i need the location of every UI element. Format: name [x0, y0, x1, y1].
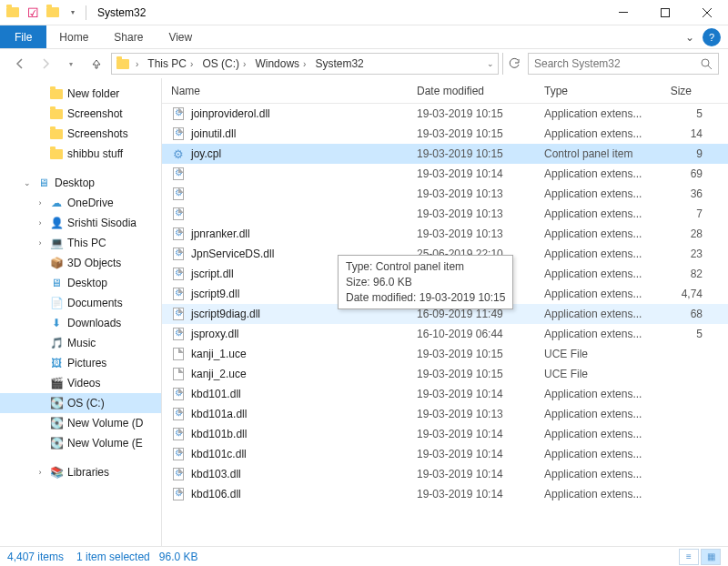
file-icon: ⚙ [171, 227, 186, 241]
vid-icon: 🎬 [49, 376, 64, 390]
tree-item[interactable]: shibbu stuff [0, 144, 161, 164]
forward-button[interactable] [35, 53, 56, 75]
tooltip: Type: Control panel item Size: 96.0 KB D… [338, 255, 513, 309]
folder-icon [5, 5, 20, 20]
breadcrumb-sep[interactable]: › [132, 59, 142, 69]
column-name[interactable]: Name [171, 85, 417, 97]
file-row[interactable]: ⚙jsproxy.dll16-10-2019 06:44Application … [162, 324, 728, 344]
chevron-down-icon[interactable]: ▾ [66, 5, 80, 20]
pic-icon: 🖼 [49, 356, 64, 370]
file-icon: ⚙ [171, 147, 186, 161]
desk-icon: 🖥 [49, 276, 64, 290]
file-row[interactable]: kanji_1.uce19-03-2019 10:15UCE File [162, 344, 728, 364]
file-row[interactable]: ⚙kbd101b.dll19-03-2019 10:14Application … [162, 424, 728, 444]
file-icon: ⚙ [171, 407, 186, 421]
up-button[interactable] [86, 53, 107, 75]
file-row[interactable]: ⚙kbd106.dll19-03-2019 10:14Application e… [162, 484, 728, 504]
column-date[interactable]: Date modified [417, 85, 544, 97]
close-button[interactable] [686, 0, 728, 25]
file-row[interactable]: ⚙kbd101c.dll19-03-2019 10:14Application … [162, 444, 728, 464]
file-row[interactable]: ⚙joinutil.dll19-03-2019 10:15Application… [162, 124, 728, 144]
svg-rect-1 [662, 8, 670, 16]
tree-libraries[interactable]: › 📚 Libraries [0, 462, 161, 482]
svg-rect-0 [619, 12, 628, 13]
file-row[interactable]: kanji_2.uce19-03-2019 10:15UCE File [162, 364, 728, 384]
doc-icon: 📄 [49, 296, 64, 310]
file-row[interactable]: ⚙joy.cpl19-03-2019 10:15Control panel it… [162, 144, 728, 164]
refresh-button[interactable] [502, 53, 524, 75]
properties-icon[interactable]: ☑ [25, 5, 40, 20]
tab-share[interactable]: Share [101, 25, 156, 48]
view-large-button[interactable]: ▦ [701, 549, 721, 565]
qat-dropdown-icon[interactable] [46, 5, 60, 20]
search-input[interactable] [534, 57, 700, 70]
tree-item[interactable]: 🎬Videos [0, 373, 161, 393]
desktop-icon: 🖥 [36, 176, 51, 190]
file-list[interactable]: ⚙joinproviderol.dll19-03-2019 10:15Appli… [162, 104, 728, 546]
breadcrumb-system32[interactable]: System32 [311, 57, 367, 70]
file-row[interactable]: ⚙19-03-2019 10:13Application extens...7 [162, 204, 728, 224]
tree-item[interactable]: 📦3D Objects [0, 253, 161, 273]
column-headers[interactable]: Name Date modified Type Size [162, 78, 728, 104]
file-icon: ⚙ [171, 427, 186, 441]
tree-item[interactable]: ›☁OneDrive [0, 193, 161, 213]
chevron-down-icon[interactable]: ⌄ [487, 59, 494, 68]
address-bar[interactable]: › This PC› OS (C:)› Windows› System32 ⌄ [111, 53, 499, 75]
breadcrumb-this-pc[interactable]: This PC› [144, 57, 197, 70]
status-bar: 4,407 items 1 item selected 96.0 KB ≡ ▦ [0, 546, 728, 566]
column-size[interactable]: Size [662, 85, 708, 97]
music-icon: 🎵 [49, 336, 64, 350]
file-row[interactable]: ⚙kbd101a.dll19-03-2019 10:13Application … [162, 404, 728, 424]
tree-item[interactable]: ›👤Srishti Sisodia [0, 213, 161, 233]
tree-item[interactable]: New folder [0, 84, 161, 104]
file-icon: ⚙ [171, 247, 186, 261]
tree-item[interactable]: 💽New Volume (D [0, 413, 161, 433]
recent-dropdown-icon[interactable]: ▾ [60, 53, 82, 75]
tree-item[interactable]: Screenshots [0, 124, 161, 144]
tree-item[interactable]: ›💻This PC [0, 233, 161, 253]
breadcrumb-os-c[interactable]: OS (C:)› [198, 57, 249, 70]
tree-item[interactable]: 🎵Music [0, 333, 161, 353]
tree-item[interactable]: ⬇Downloads [0, 313, 161, 333]
minimize-button[interactable] [602, 0, 644, 25]
file-row[interactable]: ⚙joinproviderol.dll19-03-2019 10:15Appli… [162, 104, 728, 124]
3d-icon: 📦 [49, 256, 64, 270]
view-details-button[interactable]: ≡ [679, 549, 699, 565]
file-icon: ⚙ [171, 106, 186, 121]
tree-item[interactable]: 📄Documents [0, 293, 161, 313]
file-row[interactable]: ⚙kbd103.dll19-03-2019 10:14Application e… [162, 464, 728, 484]
tree-item[interactable]: Screenshot [0, 104, 161, 124]
divider [86, 5, 86, 20]
file-list-pane: Name Date modified Type Size ⚙joinprovid… [162, 78, 728, 546]
address-bar-row: ▾ › This PC› OS (C:)› Windows› System32 … [0, 49, 728, 78]
help-icon[interactable]: ? [703, 28, 721, 46]
tab-home[interactable]: Home [46, 25, 101, 48]
maximize-button[interactable] [644, 0, 686, 25]
file-row[interactable]: ⚙19-03-2019 10:14Application extens...69 [162, 164, 728, 184]
tree-item[interactable]: 💽New Volume (E [0, 433, 161, 453]
file-row[interactable]: ⚙jpnranker.dll19-03-2019 10:13Applicatio… [162, 224, 728, 244]
folder-icon [49, 86, 64, 101]
file-row[interactable]: ⚙19-03-2019 10:13Application extens...36 [162, 184, 728, 204]
tree-desktop[interactable]: ⌄ 🖥 Desktop [0, 173, 161, 193]
file-icon: ⚙ [171, 187, 186, 201]
file-icon: ⚙ [171, 267, 186, 281]
file-icon: ⚙ [171, 167, 186, 181]
file-row[interactable]: ⚙kbd101.dll19-03-2019 10:14Application e… [162, 384, 728, 404]
back-button[interactable] [9, 53, 31, 75]
file-icon: ⚙ [171, 447, 186, 461]
file-icon [171, 367, 186, 381]
tab-view[interactable]: View [156, 25, 205, 48]
tree-item[interactable]: 💽OS (C:) [0, 393, 161, 413]
drive-icon: 💽 [49, 436, 64, 450]
file-icon: ⚙ [171, 126, 186, 141]
file-tab[interactable]: File [0, 25, 46, 48]
file-icon: ⚙ [171, 287, 186, 301]
expand-ribbon-icon[interactable]: ⌄ [681, 25, 699, 48]
search-box[interactable] [528, 53, 719, 75]
tree-item[interactable]: 🖥Desktop [0, 273, 161, 293]
tree-item[interactable]: 🖼Pictures [0, 353, 161, 373]
breadcrumb-windows[interactable]: Windows› [251, 57, 309, 70]
search-icon[interactable] [700, 57, 713, 70]
column-type[interactable]: Type [544, 85, 662, 97]
